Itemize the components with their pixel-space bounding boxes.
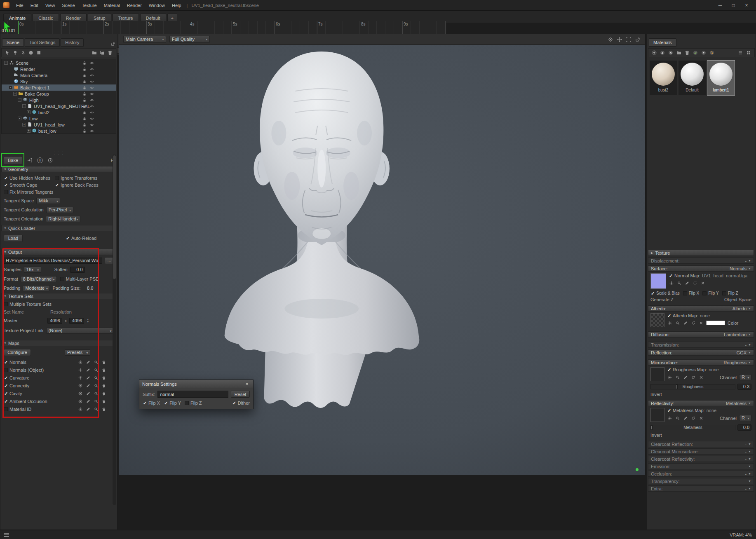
eye-icon[interactable]	[89, 73, 94, 78]
map-reload-icon[interactable]	[690, 320, 696, 326]
map-row-cavity[interactable]: Cavity	[0, 389, 117, 397]
tree-item-sky[interactable]: Sky	[2, 78, 116, 84]
link-icon[interactable]	[20, 49, 26, 56]
map-edit-icon[interactable]	[85, 398, 91, 404]
tab-history[interactable]: History	[61, 38, 84, 47]
maps-header[interactable]: Maps	[1, 340, 116, 346]
lock-icon[interactable]	[82, 103, 87, 109]
map-preview-icon[interactable]	[93, 375, 99, 380]
hotkey-icon[interactable]: H	[37, 157, 43, 163]
clearcoat-microsurface-section-header[interactable]: Clearcoat Microsurface:-	[648, 448, 754, 455]
expander[interactable]: -	[4, 61, 8, 65]
eye-icon[interactable]	[89, 110, 94, 115]
timer-icon[interactable]	[47, 157, 54, 164]
tab-scene[interactable]: Scene	[2, 38, 24, 47]
paint-material-icon[interactable]	[659, 49, 666, 56]
displacement-section-header[interactable]: Displacement: -	[648, 258, 754, 264]
timeline-ruler[interactable]: 0s 1s 2s 3s 4s 5s 6s 7s 8s 9s 0:00.01	[0, 21, 446, 34]
menu-window[interactable]: Window	[146, 2, 168, 9]
scene-panel-scrollbar[interactable]	[113, 155, 116, 505]
expander[interactable]: -	[18, 98, 21, 102]
map-clear-icon[interactable]	[698, 320, 704, 326]
map-paint-icon[interactable]	[101, 391, 106, 396]
padding-size-field[interactable]: 8.0	[83, 285, 95, 291]
smooth-cage-checkbox[interactable]: Smooth Cage	[4, 183, 55, 187]
map-zoom-icon[interactable]	[675, 375, 680, 380]
lock-icon[interactable]	[82, 73, 87, 78]
expander[interactable]	[9, 67, 12, 71]
map-row-material-id[interactable]: Material ID	[0, 405, 117, 413]
light-icon[interactable]	[12, 49, 19, 56]
playhead[interactable]	[18, 21, 19, 34]
material-default[interactable]: Default	[679, 61, 706, 95]
output-section-header[interactable]: Output	[1, 249, 116, 255]
microsurface-section-header[interactable]: Microsurface: Roughness	[648, 359, 754, 366]
tangent-calculation-select[interactable]: Per-Pixel	[46, 207, 73, 213]
material-id-map-checkbox[interactable]: Material ID	[4, 407, 31, 412]
surface-flip-z-checkbox[interactable]: Flip Z	[722, 291, 738, 295]
normal-map-checkbox[interactable]: Normal Map:UV1_head_normal.tga	[669, 273, 747, 278]
roughness-value-field[interactable]: 0.3	[737, 384, 751, 390]
map-settings-icon[interactable]	[77, 391, 83, 396]
reflectivity-section-header[interactable]: Reflectivity: Metalness	[648, 400, 754, 406]
cavity-map-checkbox[interactable]: Cavity	[4, 391, 22, 396]
output-path-field[interactable]: H:/Projetos e Estudos Diversos/_Personal…	[4, 258, 102, 264]
normals-object-map-checkbox[interactable]: Normals (Object)	[4, 368, 44, 373]
expander[interactable]: +	[27, 110, 31, 114]
tree-item-bake-project-1[interactable]: - Bake Project 1	[2, 84, 116, 91]
map-settings-icon[interactable]	[77, 359, 83, 365]
maximize-button[interactable]: □	[729, 2, 738, 8]
map-edit-icon[interactable]	[85, 391, 91, 396]
metalness-slider[interactable]: Metalness	[650, 425, 735, 430]
map-preview-icon[interactable]	[93, 367, 99, 373]
quality-select[interactable]: Full Quality	[169, 36, 210, 43]
map-settings-icon[interactable]	[669, 280, 674, 286]
new-folder-icon[interactable]	[91, 49, 98, 56]
normals-map-checkbox[interactable]: Normals	[4, 360, 26, 365]
map-row-convexity[interactable]: Convexity	[0, 382, 117, 389]
material-trash-icon[interactable]	[684, 49, 690, 56]
surface-flip-y-checkbox[interactable]: Flip Y	[702, 291, 718, 295]
map-reload-icon[interactable]	[690, 375, 696, 380]
map-edit-icon[interactable]	[683, 320, 688, 326]
map-preview-icon[interactable]	[93, 398, 99, 404]
delete-material-icon[interactable]	[667, 49, 674, 56]
panel-splitter[interactable]: ⋮⋮⋮	[0, 152, 117, 154]
resolution-height-field[interactable]: 4096	[69, 318, 84, 324]
emission-section-header[interactable]: Emission:-	[648, 463, 754, 469]
lock-icon[interactable]	[82, 60, 87, 66]
reflection-section-header[interactable]: Reflection: GGX	[648, 349, 754, 356]
list-view-icon[interactable]	[737, 49, 744, 56]
map-reload-icon[interactable]	[692, 280, 697, 286]
flip-z-checkbox[interactable]: Flip Z	[185, 401, 202, 405]
geometry-section-header[interactable]: Geometry	[1, 166, 116, 172]
bake-output-icon[interactable]	[26, 157, 33, 164]
padding-select[interactable]: Moderate	[23, 285, 50, 291]
viewport-settings-icon[interactable]	[607, 36, 614, 43]
fix-mirrored-tangents-checkbox[interactable]: Fix Mirrored Tangents	[4, 190, 55, 195]
menu-help[interactable]: Help	[169, 2, 185, 9]
map-edit-icon[interactable]	[684, 280, 690, 286]
pan-icon[interactable]	[616, 36, 623, 43]
map-preview-icon[interactable]	[93, 383, 99, 388]
tree-item-bust2[interactable]: + bust2	[2, 109, 116, 115]
map-edit-icon[interactable]	[85, 367, 91, 373]
multiple-texture-sets-checkbox[interactable]: Multiple Texture Sets	[4, 302, 52, 307]
map-clear-icon[interactable]	[700, 280, 705, 286]
albedo-map-thumbnail[interactable]	[650, 313, 664, 327]
delete-icon[interactable]	[107, 49, 113, 56]
map-edit-icon[interactable]	[683, 375, 688, 380]
map-zoom-icon[interactable]	[675, 320, 680, 326]
add-material-icon[interactable]	[651, 49, 657, 56]
map-settings-icon[interactable]	[667, 415, 672, 421]
eye-icon[interactable]	[89, 79, 94, 84]
menu-toggle-icon[interactable]	[4, 533, 9, 537]
eye-icon[interactable]	[89, 66, 94, 72]
curvature-map-checkbox[interactable]: Curvature	[4, 375, 29, 380]
texture-sets-header[interactable]: Texture Sets	[1, 293, 116, 299]
scale-bias-checkbox[interactable]: Scale & Bias	[650, 291, 680, 295]
tree-item-uv1-head-high-neutral[interactable]: - UV1_head_high_NEUTRAL	[2, 103, 116, 109]
map-zoom-icon[interactable]	[676, 280, 682, 286]
map-paint-icon[interactable]	[101, 383, 106, 388]
expander[interactable]: -	[9, 86, 12, 89]
